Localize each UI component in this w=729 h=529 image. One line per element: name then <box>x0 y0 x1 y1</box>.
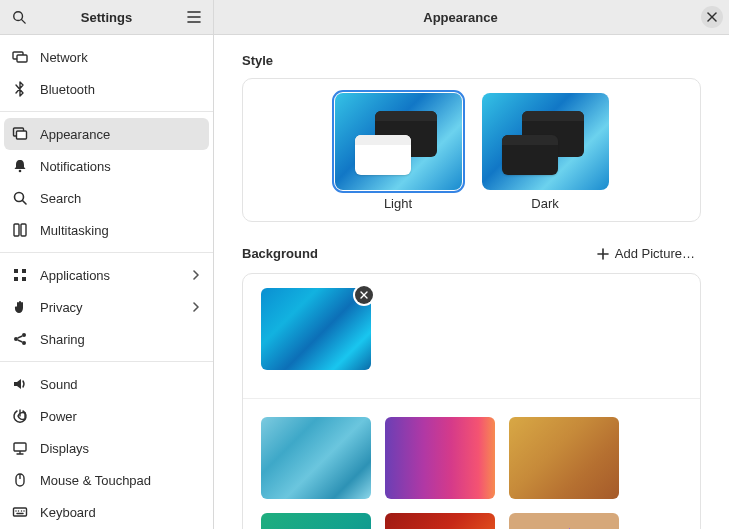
headerbar: Settings Appearance <box>0 0 729 35</box>
remove-background-button[interactable] <box>355 286 373 304</box>
background-current[interactable] <box>261 288 371 370</box>
sidebar-item-privacy[interactable]: Privacy <box>4 291 209 323</box>
style-card: Light Dark <box>242 78 701 222</box>
sidebar-item-search[interactable]: Search <box>4 182 209 214</box>
sidebar: NetworkBluetoothAppearanceNotificationsS… <box>0 35 214 529</box>
sidebar-item-keyboard[interactable]: Keyboard <box>4 496 209 528</box>
background-grid <box>261 417 682 529</box>
mouse-icon <box>12 472 28 488</box>
background-card <box>242 273 701 529</box>
sidebar-separator <box>0 252 213 253</box>
svg-line-23 <box>18 336 23 338</box>
svg-point-20 <box>14 337 18 341</box>
sidebar-item-label: Sharing <box>40 332 201 347</box>
sidebar-item-label: Mouse & Touchpad <box>40 473 201 488</box>
svg-line-13 <box>23 201 27 205</box>
svg-rect-8 <box>17 55 27 62</box>
sidebar-item-network[interactable]: Network <box>4 41 209 73</box>
svg-rect-14 <box>14 224 19 236</box>
brush-icon <box>12 126 28 142</box>
content-area: Style Light Dark Background <box>214 35 729 529</box>
svg-rect-18 <box>14 277 18 281</box>
svg-rect-16 <box>14 269 18 273</box>
background-section-title: Background <box>242 246 318 261</box>
sidebar-item-label: Sound <box>40 377 201 392</box>
sidebar-item-label: Network <box>40 50 201 65</box>
power-icon <box>12 408 28 424</box>
sidebar-item-label: Notifications <box>40 159 201 174</box>
sidebar-item-sharing[interactable]: Sharing <box>4 323 209 355</box>
style-label-dark: Dark <box>531 196 558 211</box>
style-section-title: Style <box>242 53 701 68</box>
chevron-right-icon <box>191 270 201 280</box>
sidebar-item-notifications[interactable]: Notifications <box>4 150 209 182</box>
sidebar-item-label: Search <box>40 191 201 206</box>
headerbar-left: Settings <box>0 0 214 34</box>
bell-icon <box>12 158 28 174</box>
sidebar-item-label: Privacy <box>40 300 179 315</box>
style-preview-dark <box>482 93 609 190</box>
sidebar-item-label: Keyboard <box>40 505 201 520</box>
sidebar-item-power[interactable]: Power <box>4 400 209 432</box>
sidebar-title: Settings <box>32 10 181 25</box>
multitasking-icon <box>12 222 28 238</box>
sidebar-item-bluetooth[interactable]: Bluetooth <box>4 73 209 105</box>
headerbar-right: Appearance <box>214 0 729 34</box>
chevron-right-icon <box>191 302 201 312</box>
menu-button[interactable] <box>181 4 207 30</box>
display-icon <box>12 49 28 65</box>
search-icon <box>12 190 28 206</box>
background-thumbnail[interactable] <box>261 417 371 499</box>
sidebar-item-sound[interactable]: Sound <box>4 368 209 400</box>
background-separator <box>243 398 700 399</box>
sidebar-item-label: Applications <box>40 268 179 283</box>
apps-icon <box>12 267 28 283</box>
keyboard-icon <box>12 504 28 520</box>
svg-rect-15 <box>21 224 26 236</box>
style-label-light: Light <box>384 196 412 211</box>
sidebar-separator <box>0 111 213 112</box>
background-thumbnail[interactable] <box>385 417 495 499</box>
sidebar-item-label: Appearance <box>40 127 201 142</box>
sidebar-item-displays[interactable]: Displays <box>4 432 209 464</box>
close-icon <box>707 12 717 22</box>
monitor-icon <box>12 440 28 456</box>
sidebar-item-label: Power <box>40 409 201 424</box>
style-option-light[interactable]: Light <box>335 93 462 215</box>
svg-rect-10 <box>17 131 27 139</box>
style-option-dark[interactable]: Dark <box>482 93 609 215</box>
svg-point-11 <box>19 170 22 173</box>
close-button[interactable] <box>701 6 723 28</box>
svg-rect-17 <box>22 269 26 273</box>
sidebar-item-mouse-touchpad[interactable]: Mouse & Touchpad <box>4 464 209 496</box>
style-preview-light <box>335 93 462 190</box>
sidebar-separator <box>0 361 213 362</box>
sidebar-item-label: Multitasking <box>40 223 201 238</box>
add-picture-button[interactable]: Add Picture… <box>591 242 701 265</box>
background-thumbnail[interactable] <box>509 513 619 529</box>
sidebar-item-multitasking[interactable]: Multitasking <box>4 214 209 246</box>
page-title: Appearance <box>220 10 701 25</box>
search-button[interactable] <box>6 4 32 30</box>
share-icon <box>12 331 28 347</box>
bluetooth-icon <box>12 81 28 97</box>
svg-line-1 <box>22 20 26 24</box>
background-thumbnail[interactable] <box>261 513 371 529</box>
search-icon <box>12 10 26 24</box>
svg-point-21 <box>22 333 26 337</box>
svg-rect-30 <box>14 508 27 516</box>
svg-rect-25 <box>14 443 26 451</box>
hamburger-icon <box>187 11 201 23</box>
close-icon <box>360 291 368 299</box>
add-picture-label: Add Picture… <box>615 246 695 261</box>
sidebar-item-label: Bluetooth <box>40 82 201 97</box>
sidebar-item-appearance[interactable]: Appearance <box>4 118 209 150</box>
svg-rect-19 <box>22 277 26 281</box>
background-thumbnail[interactable] <box>509 417 619 499</box>
sidebar-item-label: Displays <box>40 441 201 456</box>
background-thumbnail[interactable] <box>385 513 495 529</box>
svg-line-24 <box>18 340 23 342</box>
hand-icon <box>12 299 28 315</box>
sidebar-item-applications[interactable]: Applications <box>4 259 209 291</box>
speaker-icon <box>12 376 28 392</box>
